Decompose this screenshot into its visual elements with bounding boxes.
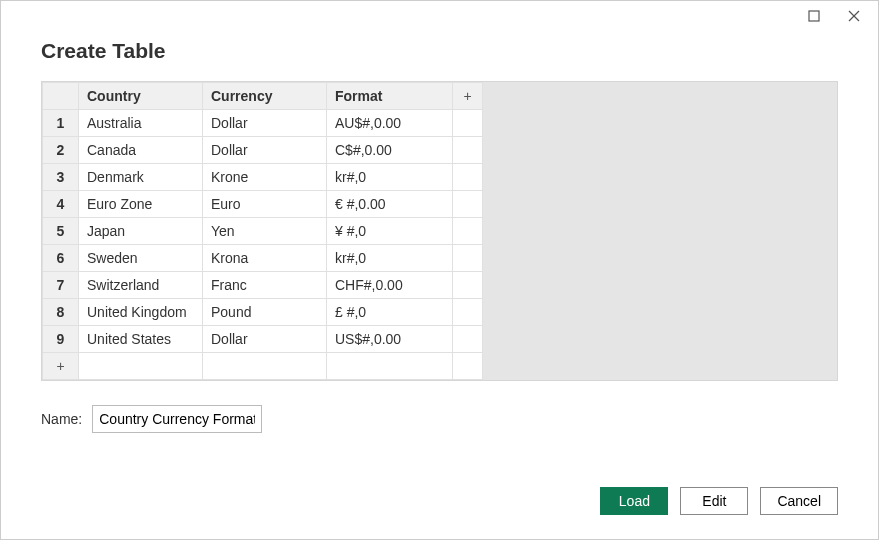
cell-format[interactable]: AU$#,0.00 — [327, 110, 453, 137]
table-row[interactable]: 9United StatesDollarUS$#,0.00 — [43, 326, 483, 353]
cell-empty — [453, 326, 483, 353]
row-number[interactable]: 2 — [43, 137, 79, 164]
cell-format[interactable]: ¥ #,0 — [327, 218, 453, 245]
table-row[interactable]: 1AustraliaDollarAU$#,0.00 — [43, 110, 483, 137]
cell-currency[interactable]: Pound — [203, 299, 327, 326]
load-button[interactable]: Load — [600, 487, 668, 515]
row-number[interactable]: 3 — [43, 164, 79, 191]
table-container: Country Currency Format + 1AustraliaDoll… — [41, 81, 838, 381]
row-number[interactable]: 9 — [43, 326, 79, 353]
corner-cell — [43, 83, 79, 110]
cell-country[interactable]: Australia — [79, 110, 203, 137]
titlebar — [1, 1, 878, 31]
row-number[interactable]: 7 — [43, 272, 79, 299]
add-column-button[interactable]: + — [453, 83, 483, 110]
table-row[interactable]: 3DenmarkKronekr#,0 — [43, 164, 483, 191]
add-row-button[interactable]: + — [43, 353, 79, 380]
row-number[interactable]: 6 — [43, 245, 79, 272]
cell-format[interactable]: CHF#,0.00 — [327, 272, 453, 299]
cell-country[interactable]: Euro Zone — [79, 191, 203, 218]
name-row: Name: — [1, 381, 878, 433]
name-label: Name: — [41, 411, 82, 427]
table-row[interactable]: 2CanadaDollarC$#,0.00 — [43, 137, 483, 164]
cell-currency[interactable]: Krone — [203, 164, 327, 191]
column-header-currency[interactable]: Currency — [203, 83, 327, 110]
grid-gutter — [483, 82, 837, 380]
row-number[interactable]: 8 — [43, 299, 79, 326]
cell-empty — [453, 164, 483, 191]
column-header-format[interactable]: Format — [327, 83, 453, 110]
dialog-title: Create Table — [1, 31, 878, 81]
cell-currency[interactable]: Dollar — [203, 110, 327, 137]
data-grid: Country Currency Format + 1AustraliaDoll… — [42, 82, 483, 380]
name-input[interactable] — [92, 405, 262, 433]
cell-empty — [453, 299, 483, 326]
cell-empty — [453, 245, 483, 272]
cell-country[interactable]: Denmark — [79, 164, 203, 191]
row-number[interactable]: 5 — [43, 218, 79, 245]
table-row[interactable]: 7SwitzerlandFrancCHF#,0.00 — [43, 272, 483, 299]
cell-country[interactable]: Canada — [79, 137, 203, 164]
cell-empty — [453, 191, 483, 218]
cell-country[interactable]: Japan — [79, 218, 203, 245]
cell-empty — [453, 110, 483, 137]
cell-format[interactable]: C$#,0.00 — [327, 137, 453, 164]
row-number[interactable]: 4 — [43, 191, 79, 218]
maximize-icon — [808, 10, 820, 22]
cell-empty — [453, 272, 483, 299]
cell-currency[interactable]: Franc — [203, 272, 327, 299]
cell-currency[interactable]: Krona — [203, 245, 327, 272]
create-table-dialog: Create Table Country Currency Format + 1… — [0, 0, 879, 540]
table-row[interactable]: 6SwedenKronakr#,0 — [43, 245, 483, 272]
table-row[interactable]: 4Euro ZoneEuro€ #,0.00 — [43, 191, 483, 218]
cell-empty — [453, 137, 483, 164]
maximize-button[interactable] — [798, 4, 830, 28]
cell-format[interactable]: US$#,0.00 — [327, 326, 453, 353]
cell-empty — [203, 353, 327, 380]
cell-format[interactable]: € #,0.00 — [327, 191, 453, 218]
cell-empty — [453, 353, 483, 380]
svg-rect-0 — [809, 11, 819, 21]
edit-button[interactable]: Edit — [680, 487, 748, 515]
row-number[interactable]: 1 — [43, 110, 79, 137]
cell-empty — [453, 218, 483, 245]
cell-empty — [79, 353, 203, 380]
cell-empty — [327, 353, 453, 380]
close-button[interactable] — [838, 4, 870, 28]
dialog-buttons: Load Edit Cancel — [600, 487, 838, 515]
cell-country[interactable]: Sweden — [79, 245, 203, 272]
cell-format[interactable]: kr#,0 — [327, 245, 453, 272]
cell-currency[interactable]: Dollar — [203, 137, 327, 164]
table-row[interactable]: 8United KingdomPound£ #,0 — [43, 299, 483, 326]
column-header-country[interactable]: Country — [79, 83, 203, 110]
cell-format[interactable]: £ #,0 — [327, 299, 453, 326]
cell-country[interactable]: United States — [79, 326, 203, 353]
cancel-button[interactable]: Cancel — [760, 487, 838, 515]
cell-currency[interactable]: Dollar — [203, 326, 327, 353]
close-icon — [848, 10, 860, 22]
cell-currency[interactable]: Yen — [203, 218, 327, 245]
cell-country[interactable]: Switzerland — [79, 272, 203, 299]
cell-format[interactable]: kr#,0 — [327, 164, 453, 191]
cell-country[interactable]: United Kingdom — [79, 299, 203, 326]
table-row[interactable]: 5JapanYen¥ #,0 — [43, 218, 483, 245]
cell-currency[interactable]: Euro — [203, 191, 327, 218]
